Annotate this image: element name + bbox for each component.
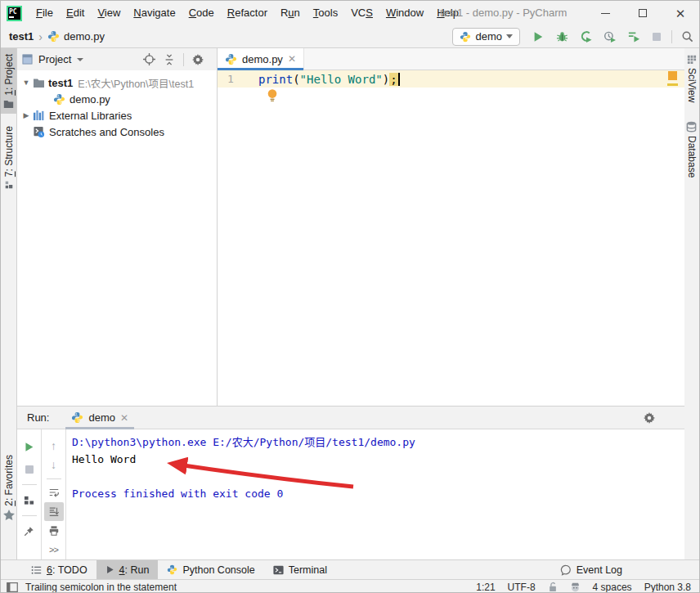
tree-row-external-libraries[interactable]: ▶ External Libraries — [17, 107, 217, 124]
run-tool-window: Run: demo ✕ — [17, 406, 684, 559]
project-panel-title[interactable]: Project — [38, 53, 71, 65]
collapse-all-icon[interactable] — [164, 54, 175, 65]
event-log-bubble-icon — [560, 564, 572, 576]
maximize-button[interactable] — [624, 1, 662, 25]
event-log-button[interactable]: Event Log — [560, 564, 622, 576]
line-number: 1 — [218, 73, 258, 85]
soft-wrap-button[interactable] — [44, 483, 64, 502]
sciview-stripe-label: SciView — [686, 68, 698, 102]
scratches-icon — [33, 126, 45, 137]
sidebar-item-structure[interactable]: 7: Structure — [1, 120, 16, 195]
run-selected-button[interactable] — [624, 28, 642, 46]
toolwindow-toggle-icon[interactable] — [7, 582, 18, 592]
menu-tools[interactable]: Tools — [307, 1, 344, 25]
gear-icon[interactable] — [192, 54, 204, 65]
run-tab-demo[interactable]: demo ✕ — [65, 407, 134, 429]
terminal-icon — [273, 565, 284, 575]
indent-style[interactable]: 4 spaces — [593, 582, 632, 593]
file-encoding[interactable]: UTF-8 — [508, 582, 536, 593]
python-file-icon — [71, 411, 83, 424]
tab-demo-py[interactable]: demo.py ✕ — [218, 48, 304, 70]
caret-position[interactable]: 1:21 — [476, 582, 495, 593]
left-toolwindow-stripe: 1: Project 7: Structure 2: Favorites — [1, 48, 17, 559]
more-actions-button[interactable]: >> — [44, 541, 64, 559]
tree-row-file[interactable]: demo.py — [17, 91, 217, 107]
run-configuration-select[interactable]: demo — [452, 28, 520, 46]
close-button[interactable]: ✕ — [662, 1, 699, 25]
toolwindow-run[interactable]: 4: Run — [96, 560, 159, 580]
menu-file[interactable]: File — [29, 1, 60, 25]
warning-stripe-mark[interactable] — [667, 83, 678, 86]
inspection-indicator[interactable] — [668, 71, 677, 80]
interpreter[interactable]: Python 3.8 — [644, 582, 691, 593]
breadcrumb-file[interactable]: demo.py — [64, 30, 105, 43]
menu-navigate[interactable]: Navigate — [127, 1, 182, 25]
chevron-down-icon — [506, 34, 513, 38]
code-keyword: print — [258, 73, 293, 86]
lock-icon[interactable] — [548, 582, 558, 592]
code-string: "Hello Word" — [300, 73, 383, 86]
next-occurrence-button: ↓ — [44, 455, 64, 474]
todo-label: 6: TODO — [47, 564, 88, 576]
run-console-output[interactable]: D:\python3\python.exe E:/农大/Python/项目/te… — [66, 429, 684, 559]
restore-layout-button[interactable] — [20, 489, 39, 511]
profiler-button[interactable] — [600, 28, 618, 46]
code-paren-close: ) — [383, 73, 389, 86]
print-button[interactable] — [44, 521, 64, 540]
tree-row-scratches[interactable]: Scratches and Consoles — [17, 124, 217, 140]
close-tab-icon[interactable]: ✕ — [120, 412, 128, 424]
toolbar-separator — [47, 478, 61, 479]
menu-refactor[interactable]: Refactor — [221, 1, 274, 25]
tree-row-root[interactable]: ▼ test1 E:\农大\Python\项目\test1 — [17, 74, 217, 91]
chevron-down-icon[interactable] — [77, 58, 83, 61]
run-with-coverage-button[interactable] — [577, 28, 595, 46]
menu-code[interactable]: Code — [182, 1, 221, 25]
breadcrumb-project[interactable]: test1 — [9, 30, 34, 43]
collapsed-arrow-icon[interactable]: ▶ — [22, 111, 30, 119]
close-tab-icon[interactable]: ✕ — [288, 53, 296, 65]
minimize-button[interactable] — [586, 1, 624, 25]
gear-icon[interactable] — [644, 412, 655, 424]
right-toolwindow-stripe: SciView Database — [683, 48, 699, 559]
menu-vcs[interactable]: VCS — [344, 1, 379, 25]
favorites-stripe-label: 2: Favorites — [3, 455, 15, 506]
search-everywhere-icon[interactable] — [678, 28, 696, 46]
pycharm-logo-icon: PC — [7, 6, 22, 21]
highlighting-level-icon[interactable] — [570, 582, 581, 592]
folder-icon — [33, 78, 45, 88]
sidebar-item-favorites[interactable]: 2: Favorites — [1, 449, 16, 525]
toolbar-separator — [22, 515, 37, 516]
database-stripe-label: Database — [686, 136, 698, 177]
menu-run[interactable]: Run — [274, 1, 307, 25]
scroll-to-end-button[interactable] — [44, 502, 64, 521]
menu-window[interactable]: Window — [379, 1, 430, 25]
code-line-1[interactable]: 1 print("Hello Word"); — [218, 70, 684, 88]
expand-arrow-icon[interactable]: ▼ — [22, 79, 30, 87]
debug-button[interactable] — [553, 28, 571, 46]
intention-bulb-icon[interactable] — [267, 88, 278, 102]
toolwindow-terminal[interactable]: Terminal — [264, 560, 336, 580]
tree-scratches-label: Scratches and Consoles — [49, 126, 164, 138]
text-caret — [398, 73, 400, 86]
sidebar-item-sciview[interactable]: SciView — [684, 48, 699, 107]
run-toolbar-console: ↑ ↓ >> — [42, 429, 66, 559]
toolwindow-todo[interactable]: 6: TODO — [22, 560, 96, 580]
sidebar-item-database[interactable]: Database — [684, 115, 699, 182]
console-blank-line — [72, 468, 684, 485]
pin-tab-button[interactable] — [20, 520, 39, 542]
pycharm-window: PC File Edit View Navigate Code Refactor… — [0, 0, 700, 593]
run-toolbar: demo — [452, 25, 696, 47]
locate-file-icon[interactable] — [143, 53, 155, 65]
project-panel-header: Project — [17, 48, 217, 70]
toolwindow-python-console[interactable]: Python Console — [158, 560, 263, 580]
status-message[interactable]: Trailing semicolon in the statement — [25, 582, 177, 593]
menu-view[interactable]: View — [91, 1, 127, 25]
python-file-icon — [53, 93, 65, 106]
sidebar-item-project[interactable]: 1: Project — [1, 48, 16, 114]
rerun-button[interactable] — [20, 436, 39, 458]
status-bar: Trailing semicolon in the statement 1:21… — [1, 579, 699, 593]
console-stdout-line: Hello Word — [72, 451, 684, 468]
window-title: test1 - demo.py - PyCharm — [440, 1, 567, 25]
menu-edit[interactable]: Edit — [60, 1, 91, 25]
run-button[interactable] — [529, 28, 547, 46]
